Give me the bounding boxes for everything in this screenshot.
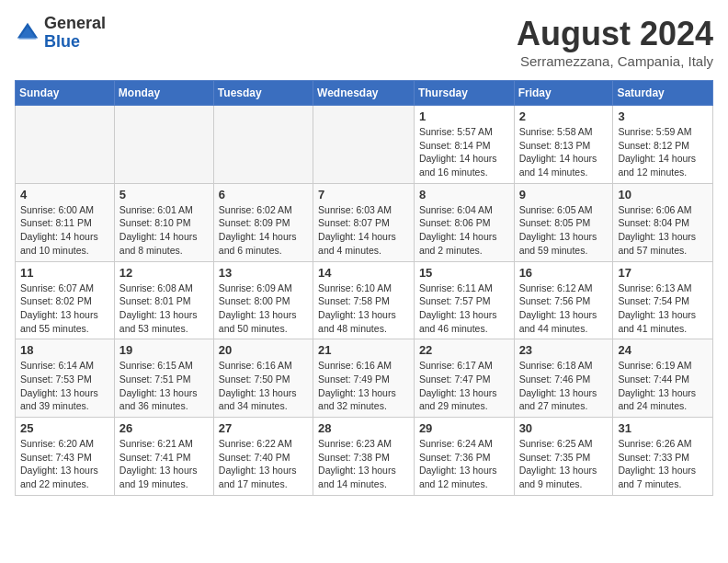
day-number: 7: [318, 188, 409, 201]
day-number: 11: [20, 266, 109, 280]
day-cell: 18Sunrise: 6:14 AM Sunset: 7:53 PM Dayli…: [16, 339, 115, 418]
day-info: Sunrise: 6:22 AM Sunset: 7:40 PM Dayligh…: [219, 437, 308, 491]
day-info: Sunrise: 6:06 AM Sunset: 8:04 PM Dayligh…: [618, 203, 708, 258]
column-header-sunday: Sunday: [16, 81, 115, 106]
day-cell: 1Sunrise: 5:57 AM Sunset: 8:14 PM Daylig…: [414, 106, 514, 184]
day-number: 12: [119, 266, 209, 280]
day-number: 29: [419, 421, 509, 435]
day-info: Sunrise: 6:12 AM Sunset: 7:56 PM Dayligh…: [519, 282, 609, 336]
day-number: 15: [419, 266, 509, 280]
week-row-3: 11Sunrise: 6:07 AM Sunset: 8:02 PM Dayli…: [16, 261, 713, 339]
day-info: Sunrise: 6:15 AM Sunset: 7:51 PM Dayligh…: [119, 359, 209, 413]
day-number: 1: [419, 109, 509, 123]
day-number: 16: [519, 266, 609, 280]
day-cell: [114, 106, 213, 184]
column-header-thursday: Thursday: [414, 81, 514, 106]
day-cell: 28Sunrise: 6:23 AM Sunset: 7:38 PM Dayli…: [313, 418, 415, 496]
day-info: Sunrise: 6:08 AM Sunset: 8:01 PM Dayligh…: [119, 282, 209, 336]
day-cell: 23Sunrise: 6:18 AM Sunset: 7:46 PM Dayli…: [514, 339, 613, 418]
day-info: Sunrise: 5:59 AM Sunset: 8:12 PM Dayligh…: [618, 125, 708, 179]
header-row: SundayMondayTuesdayWednesdayThursdayFrid…: [16, 81, 713, 106]
day-cell: 27Sunrise: 6:22 AM Sunset: 7:40 PM Dayli…: [213, 418, 313, 496]
day-cell: 16Sunrise: 6:12 AM Sunset: 7:56 PM Dayli…: [514, 261, 613, 339]
day-number: 14: [318, 266, 409, 280]
day-number: 21: [318, 343, 409, 357]
day-cell: 22Sunrise: 6:17 AM Sunset: 7:47 PM Dayli…: [414, 339, 514, 418]
day-number: 6: [219, 188, 308, 201]
calendar-header: SundayMondayTuesdayWednesdayThursdayFrid…: [16, 81, 713, 106]
day-info: Sunrise: 6:19 AM Sunset: 7:44 PM Dayligh…: [618, 359, 708, 413]
day-cell: 7Sunrise: 6:03 AM Sunset: 8:07 PM Daylig…: [313, 183, 415, 261]
logo-blue-text: Blue: [44, 32, 80, 51]
day-info: Sunrise: 6:02 AM Sunset: 8:09 PM Dayligh…: [219, 203, 308, 258]
day-cell: 9Sunrise: 6:05 AM Sunset: 8:05 PM Daylig…: [514, 183, 613, 261]
column-header-friday: Friday: [514, 81, 613, 106]
day-number: 28: [318, 421, 409, 435]
day-cell: 29Sunrise: 6:24 AM Sunset: 7:36 PM Dayli…: [414, 418, 514, 496]
day-info: Sunrise: 6:13 AM Sunset: 7:54 PM Dayligh…: [618, 282, 708, 336]
day-info: Sunrise: 6:05 AM Sunset: 8:05 PM Dayligh…: [519, 203, 609, 258]
day-number: 2: [519, 109, 609, 123]
day-cell: 14Sunrise: 6:10 AM Sunset: 7:58 PM Dayli…: [313, 261, 415, 339]
day-cell: 13Sunrise: 6:09 AM Sunset: 8:00 PM Dayli…: [213, 261, 313, 339]
day-cell: 3Sunrise: 5:59 AM Sunset: 8:12 PM Daylig…: [613, 106, 713, 184]
day-number: 26: [119, 421, 209, 435]
day-cell: 6Sunrise: 6:02 AM Sunset: 8:09 PM Daylig…: [213, 183, 313, 261]
day-cell: 24Sunrise: 6:19 AM Sunset: 7:44 PM Dayli…: [613, 339, 713, 418]
day-number: 31: [618, 421, 708, 435]
day-number: 25: [20, 421, 109, 435]
day-cell: 25Sunrise: 6:20 AM Sunset: 7:43 PM Dayli…: [16, 418, 115, 496]
day-number: 13: [219, 266, 308, 280]
day-cell: 12Sunrise: 6:08 AM Sunset: 8:01 PM Dayli…: [114, 261, 213, 339]
day-cell: 15Sunrise: 6:11 AM Sunset: 7:57 PM Dayli…: [414, 261, 514, 339]
day-info: Sunrise: 6:04 AM Sunset: 8:06 PM Dayligh…: [419, 203, 509, 258]
day-info: Sunrise: 6:00 AM Sunset: 8:11 PM Dayligh…: [20, 203, 109, 258]
day-info: Sunrise: 6:24 AM Sunset: 7:36 PM Dayligh…: [419, 437, 509, 491]
day-number: 8: [419, 188, 509, 201]
day-cell: 5Sunrise: 6:01 AM Sunset: 8:10 PM Daylig…: [114, 183, 213, 261]
logo-icon: [15, 20, 40, 46]
day-cell: [16, 106, 115, 184]
day-info: Sunrise: 6:23 AM Sunset: 7:38 PM Dayligh…: [318, 437, 409, 491]
day-number: 18: [20, 343, 109, 357]
day-number: 4: [20, 188, 109, 201]
day-cell: 17Sunrise: 6:13 AM Sunset: 7:54 PM Dayli…: [613, 261, 713, 339]
week-row-4: 18Sunrise: 6:14 AM Sunset: 7:53 PM Dayli…: [16, 339, 713, 418]
day-number: 10: [618, 188, 708, 201]
day-number: 17: [618, 266, 708, 280]
day-info: Sunrise: 6:18 AM Sunset: 7:46 PM Dayligh…: [519, 359, 609, 413]
day-cell: 26Sunrise: 6:21 AM Sunset: 7:41 PM Dayli…: [114, 418, 213, 496]
day-number: 9: [519, 188, 609, 201]
day-info: Sunrise: 6:21 AM Sunset: 7:41 PM Dayligh…: [119, 437, 209, 491]
day-cell: [213, 106, 313, 184]
day-cell: 20Sunrise: 6:16 AM Sunset: 7:50 PM Dayli…: [213, 339, 313, 418]
day-cell: 19Sunrise: 6:15 AM Sunset: 7:51 PM Dayli…: [114, 339, 213, 418]
day-cell: 11Sunrise: 6:07 AM Sunset: 8:02 PM Dayli…: [16, 261, 115, 339]
day-cell: 8Sunrise: 6:04 AM Sunset: 8:06 PM Daylig…: [414, 183, 514, 261]
day-cell: 21Sunrise: 6:16 AM Sunset: 7:49 PM Dayli…: [313, 339, 415, 418]
day-number: 3: [618, 109, 708, 123]
week-row-2: 4Sunrise: 6:00 AM Sunset: 8:11 PM Daylig…: [16, 183, 713, 261]
week-row-5: 25Sunrise: 6:20 AM Sunset: 7:43 PM Dayli…: [16, 418, 713, 496]
day-info: Sunrise: 6:14 AM Sunset: 7:53 PM Dayligh…: [20, 359, 109, 413]
day-info: Sunrise: 6:26 AM Sunset: 7:33 PM Dayligh…: [618, 437, 708, 491]
calendar-body: 1Sunrise: 5:57 AM Sunset: 8:14 PM Daylig…: [16, 106, 713, 496]
column-header-wednesday: Wednesday: [313, 81, 415, 106]
day-number: 30: [519, 421, 609, 435]
calendar-subtitle: Serramezzana, Campania, Italy: [517, 53, 713, 69]
column-header-monday: Monday: [114, 81, 213, 106]
calendar-title: August 2024: [517, 15, 713, 53]
logo-general-text: General: [44, 14, 106, 32]
column-header-tuesday: Tuesday: [213, 81, 313, 106]
day-cell: 10Sunrise: 6:06 AM Sunset: 8:04 PM Dayli…: [613, 183, 713, 261]
calendar-table: SundayMondayTuesdayWednesdayThursdayFrid…: [15, 80, 713, 496]
day-cell: 2Sunrise: 5:58 AM Sunset: 8:13 PM Daylig…: [514, 106, 613, 184]
day-info: Sunrise: 6:11 AM Sunset: 7:57 PM Dayligh…: [419, 282, 509, 336]
day-info: Sunrise: 6:01 AM Sunset: 8:10 PM Dayligh…: [119, 203, 209, 258]
page-header: General Blue August 2024 Serramezzana, C…: [15, 15, 713, 69]
day-cell: [313, 106, 415, 184]
day-number: 22: [419, 343, 509, 357]
day-number: 19: [119, 343, 209, 357]
day-info: Sunrise: 6:25 AM Sunset: 7:35 PM Dayligh…: [519, 437, 609, 491]
day-info: Sunrise: 6:20 AM Sunset: 7:43 PM Dayligh…: [20, 437, 109, 491]
